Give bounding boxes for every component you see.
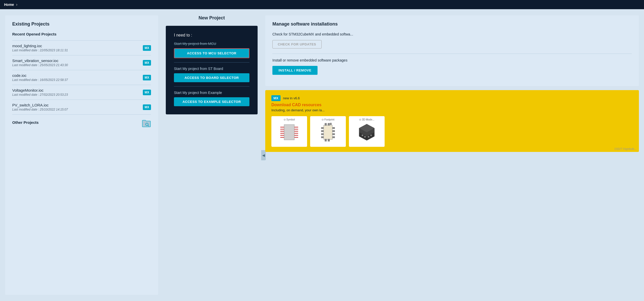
copyright-text: OSD/T ©lightbulb...: [614, 148, 636, 150]
project-info: code.ioc Last modified date : 16/05/2023…: [12, 73, 68, 82]
new-project-panel: New Project I need to : Start My project…: [158, 15, 265, 295]
promo-banner: MX new in v6.6 Download CAD resources In…: [265, 90, 639, 152]
svg-rect-22: [321, 130, 324, 132]
project-list: mood_lighting.ioc Last modified date : 2…: [12, 40, 151, 115]
project-name: code.ioc: [12, 73, 68, 78]
svg-rect-15: [324, 125, 332, 139]
svg-rect-16: [325, 123, 327, 126]
collapse-arrow[interactable]: ◀: [261, 150, 266, 160]
breadcrumb: Home ›: [4, 2, 17, 7]
svg-rect-24: [321, 136, 324, 138]
need-to-label: I need to :: [174, 33, 249, 38]
breadcrumb-chevron: ›: [16, 2, 17, 7]
mx-badge: MX: [143, 75, 151, 80]
project-name: Smart_vibration_sensor.ioc: [12, 58, 68, 63]
home-label[interactable]: Home: [4, 3, 14, 7]
promo-images: ⊙ Symbol: [271, 116, 633, 147]
project-date: Last modified date : 27/02/2023 20:53:23: [12, 93, 68, 97]
footprint-card: ⊙ Footprint: [310, 116, 346, 147]
project-info: mood_lighting.ioc Last modified date : 2…: [12, 44, 68, 52]
svg-rect-26: [332, 130, 335, 132]
svg-point-33: [364, 136, 366, 138]
project-item[interactable]: mood_lighting.ioc Last modified date : 2…: [12, 40, 151, 55]
selector-btn-0[interactable]: ACCESS TO MCU SELECTOR: [174, 48, 249, 58]
symbol-visual: [273, 122, 305, 142]
svg-rect-19: [325, 139, 327, 141]
other-projects-label: Other Projects: [12, 120, 39, 125]
check-description: Check for STM32CubeMX and embedded softw…: [272, 32, 632, 37]
svg-rect-23: [321, 133, 324, 135]
manage-title: Manage software installations: [272, 21, 632, 27]
footprint-label: ⊙ Footprint: [312, 118, 344, 121]
mx-badge: MX: [143, 60, 151, 66]
new-project-title: New Project: [166, 15, 258, 21]
svg-rect-17: [328, 123, 330, 126]
selector-btn-2[interactable]: ACCESS TO EXAMPLE SELECTOR: [174, 97, 249, 106]
project-item[interactable]: PV_switch_LORA.ioc Last modified date : …: [12, 100, 151, 115]
mx-badge: MX: [143, 45, 151, 51]
selector-btn-1[interactable]: ACCESS TO BOARD SELECTOR: [174, 73, 249, 82]
symbol-label: ⊙ Symbol: [273, 118, 305, 121]
project-name: VoltageMonitor.ioc: [12, 88, 68, 92]
svg-rect-25: [332, 127, 335, 129]
promo-version: new in v6.6: [283, 96, 300, 100]
svg-point-32: [362, 135, 363, 136]
promo-subtitle: Including, on demand, your own la...: [271, 108, 633, 112]
symbol-card: ⊙ Symbol: [271, 116, 307, 147]
section-divider: [174, 62, 249, 63]
project-date: Last modified date : 25/10/2022 14:15:07: [12, 108, 68, 111]
3d-label: ⊙ 3D Mode...: [351, 118, 383, 121]
new-project-box: I need to : Start My project from MCUACC…: [166, 26, 258, 114]
svg-point-35: [370, 135, 372, 136]
project-info: Smart_vibration_sensor.ioc Last modified…: [12, 58, 68, 67]
left-arrow-icon: ◀: [262, 153, 265, 157]
project-date: Last modified date : 16/05/2023 22:58:37: [12, 78, 68, 82]
svg-rect-21: [321, 127, 324, 129]
project-info: VoltageMonitor.ioc Last modified date : …: [12, 88, 68, 97]
install-remove-button[interactable]: INSTALL / REMOVE: [272, 66, 318, 75]
project-date: Last modified date : 25/05/2023 21:43:30: [12, 63, 68, 67]
existing-projects-title: Existing Projects: [12, 21, 151, 27]
section-divider: [174, 86, 249, 87]
top-bar: Home ›: [0, 0, 644, 9]
project-option-label: Start My project from Example: [174, 91, 249, 95]
main-content: Existing Projects Recent Opened Projects…: [0, 9, 644, 301]
recent-opened-title: Recent Opened Projects: [12, 32, 151, 36]
manage-divider: [272, 54, 632, 54]
svg-rect-18: [330, 123, 332, 125]
install-remove-section: Install or remove embedded software pack…: [272, 58, 632, 75]
3d-visual: [351, 122, 383, 142]
project-name: mood_lighting.ioc: [12, 44, 68, 48]
svg-rect-20: [328, 139, 330, 141]
promo-title: Download CAD resources: [271, 103, 633, 107]
svg-point-34: [368, 136, 369, 138]
mx-badge: MX: [143, 104, 151, 110]
existing-projects-panel: Existing Projects Recent Opened Projects…: [5, 15, 158, 295]
footprint-visual: [312, 122, 344, 142]
project-item[interactable]: code.ioc Last modified date : 16/05/2023…: [12, 70, 151, 85]
project-option-label: Start My project from ST Board: [174, 67, 249, 71]
project-item[interactable]: Smart_vibration_sensor.ioc Last modified…: [12, 55, 151, 70]
project-info: PV_switch_LORA.ioc Last modified date : …: [12, 103, 68, 111]
project-name: PV_switch_LORA.ioc: [12, 103, 68, 107]
mx-badge: MX: [143, 90, 151, 95]
svg-rect-28: [332, 136, 335, 138]
check-updates-button[interactable]: CHECK FOR UPDATES: [272, 40, 322, 49]
svg-rect-2: [284, 125, 294, 140]
promo-header: MX new in v6.6: [271, 95, 633, 101]
check-updates-section: Check for STM32CubeMX and embedded softw…: [272, 32, 632, 49]
3d-model-card: ⊙ 3D Mode...: [349, 116, 385, 147]
right-panel: Manage software installations Check for …: [265, 15, 639, 295]
install-description: Install or remove embedded software pack…: [272, 58, 632, 63]
svg-rect-27: [332, 133, 335, 135]
manage-software-panel: Manage software installations Check for …: [265, 15, 639, 86]
project-date: Last modified date : 22/05/2023 18:11:31: [12, 49, 68, 52]
folder-search-icon[interactable]: [142, 120, 151, 129]
project-option-label: Start My project from MCU: [174, 42, 249, 46]
other-projects-section: Other Projects: [12, 120, 151, 129]
promo-mx-badge: MX: [271, 95, 281, 101]
project-item[interactable]: VoltageMonitor.ioc Last modified date : …: [12, 85, 151, 100]
